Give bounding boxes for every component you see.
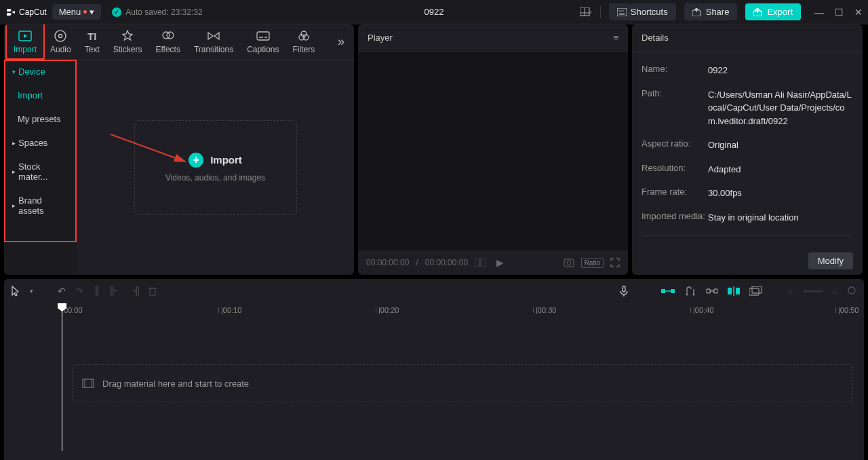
caret-down-icon: ▾ <box>12 69 16 75</box>
sidebar-item-device[interactable]: ▾Device <box>4 60 77 83</box>
tab-text[interactable]: TI Text <box>78 25 106 58</box>
tab-captions[interactable]: Captions <box>240 25 285 58</box>
tab-effects[interactable]: Effects <box>149 25 186 58</box>
player-title: Player <box>368 33 393 43</box>
undo-button[interactable]: ↶ <box>58 286 66 296</box>
timeline[interactable]: 00:00 |00:10 |00:20 |00:30 |00:40 |00:50… <box>4 303 864 460</box>
maximize-button[interactable]: ☐ <box>835 7 844 18</box>
close-button[interactable]: ✕ <box>854 7 863 18</box>
shortcuts-button[interactable]: Shortcuts <box>609 3 676 20</box>
svg-rect-30 <box>113 290 117 292</box>
sidebar-item-brand[interactable]: ▸Brand assets <box>4 189 77 223</box>
svg-rect-31 <box>138 286 140 296</box>
ruler-tick: 00:00 <box>64 306 83 314</box>
svg-point-5 <box>620 10 622 12</box>
resolution-value: Adapted <box>708 163 853 176</box>
ratio-button[interactable]: Ratio <box>581 258 604 268</box>
import-box[interactable]: + Import Videos, audios, and images <box>134 120 297 215</box>
aspect-label: Aspect ratio: <box>642 138 708 152</box>
capcut-logo-icon <box>5 7 16 18</box>
menu-button[interactable]: Menu ▾ <box>52 4 102 20</box>
tab-transitions[interactable]: Transitions <box>187 25 240 58</box>
timeline-ruler[interactable]: 00:00 |00:10 |00:20 |00:30 |00:40 |00:50 <box>4 303 864 318</box>
titlebar: CapCut Menu ▾ ✓ Auto saved: 23:32:32 092… <box>0 0 868 24</box>
media-body: ▾Device Import My presets ▸Spaces ▸Stock… <box>4 60 354 275</box>
zoom-slider[interactable] <box>803 290 823 292</box>
svg-point-25 <box>567 261 571 265</box>
svg-rect-15 <box>257 32 269 40</box>
film-icon <box>82 379 94 388</box>
svg-rect-23 <box>481 258 486 267</box>
ruler-tick: |00:10 <box>221 306 241 314</box>
separator <box>642 235 853 235</box>
linkage-icon[interactable] <box>706 288 718 294</box>
preview-axis-icon[interactable] <box>728 286 740 296</box>
zoom-fit-icon[interactable] <box>848 286 857 296</box>
fullscreen-icon[interactable] <box>610 258 620 267</box>
app-logo: CapCut <box>5 7 47 18</box>
share-icon <box>692 8 702 16</box>
media-sidebar: ▾Device Import My presets ▸Spaces ▸Stock… <box>4 60 77 275</box>
timeline-drop-zone[interactable]: Drag material here and start to create <box>72 364 853 402</box>
cover-icon[interactable] <box>749 286 763 296</box>
svg-rect-27 <box>98 286 99 296</box>
delete-icon[interactable] <box>149 286 157 296</box>
svg-point-4 <box>618 10 620 12</box>
layout-icon[interactable] <box>580 7 592 17</box>
delete-left-icon[interactable] <box>111 286 120 296</box>
svg-point-14 <box>167 32 174 39</box>
name-value: 0922 <box>708 64 853 77</box>
redo-button[interactable]: ↷ <box>75 286 83 296</box>
player-viewport[interactable] <box>358 52 628 250</box>
svg-point-50 <box>848 287 855 294</box>
svg-point-11 <box>55 31 66 41</box>
zoom-in-icon[interactable]: ○ <box>833 286 838 296</box>
stickers-icon <box>121 29 134 43</box>
main-track-magnet-icon[interactable] <box>661 287 675 295</box>
export-button[interactable]: Export <box>745 3 801 20</box>
details-title: Details <box>642 33 669 43</box>
playhead[interactable] <box>62 303 62 451</box>
snapshot-icon[interactable] <box>564 257 574 268</box>
tab-filters[interactable]: Filters <box>286 25 322 58</box>
delete-right-icon[interactable] <box>130 286 139 296</box>
svg-rect-3 <box>617 8 627 16</box>
tab-audio[interactable]: Audio <box>43 25 78 58</box>
import-drop-area[interactable]: + Import Videos, audios, and images <box>77 60 354 275</box>
tool-dropdown-icon[interactable]: ▾ <box>30 288 33 294</box>
sidebar-item-stock[interactable]: ▸Stock mater... <box>4 155 77 189</box>
split-icon[interactable] <box>93 286 101 296</box>
import-icon <box>18 29 32 43</box>
player-header: Player ≡ <box>358 24 628 52</box>
svg-point-12 <box>59 35 62 38</box>
tab-import[interactable]: Import <box>7 25 43 58</box>
sidebar-item-presets[interactable]: My presets <box>4 107 77 131</box>
fps-label: Frame rate: <box>642 187 708 200</box>
mic-icon[interactable] <box>619 286 629 296</box>
auto-snap-icon[interactable] <box>684 286 696 296</box>
media-tabs: Import Audio TI Text Stickers Effects Tr… <box>4 24 354 60</box>
tabs-more-button[interactable]: » <box>331 35 351 49</box>
name-label: Name: <box>642 64 708 77</box>
compare-icon[interactable] <box>475 258 486 267</box>
modify-button[interactable]: Modify <box>808 252 853 269</box>
cursor-tool-icon[interactable] <box>11 286 20 296</box>
text-icon: TI <box>85 29 99 43</box>
plus-icon: + <box>189 153 203 168</box>
svg-rect-36 <box>623 286 625 292</box>
sidebar-item-import[interactable]: Import <box>4 83 77 107</box>
share-button[interactable]: Share <box>684 3 738 20</box>
svg-rect-24 <box>564 259 574 267</box>
import-subtitle: Videos, audios, and images <box>165 173 265 183</box>
svg-rect-28 <box>111 286 112 296</box>
player-menu-icon[interactable]: ≡ <box>613 33 618 43</box>
minimize-button[interactable]: — <box>814 7 824 18</box>
tab-stickers[interactable]: Stickers <box>106 25 149 58</box>
play-button[interactable]: ▶ <box>496 257 504 268</box>
zoom-out-icon[interactable]: ○ <box>787 286 793 296</box>
media-label: Imported media: <box>642 211 708 225</box>
sidebar-item-spaces[interactable]: ▸Spaces <box>4 131 77 155</box>
svg-rect-26 <box>96 286 97 296</box>
svg-rect-33 <box>133 290 137 292</box>
svg-rect-22 <box>475 258 479 267</box>
